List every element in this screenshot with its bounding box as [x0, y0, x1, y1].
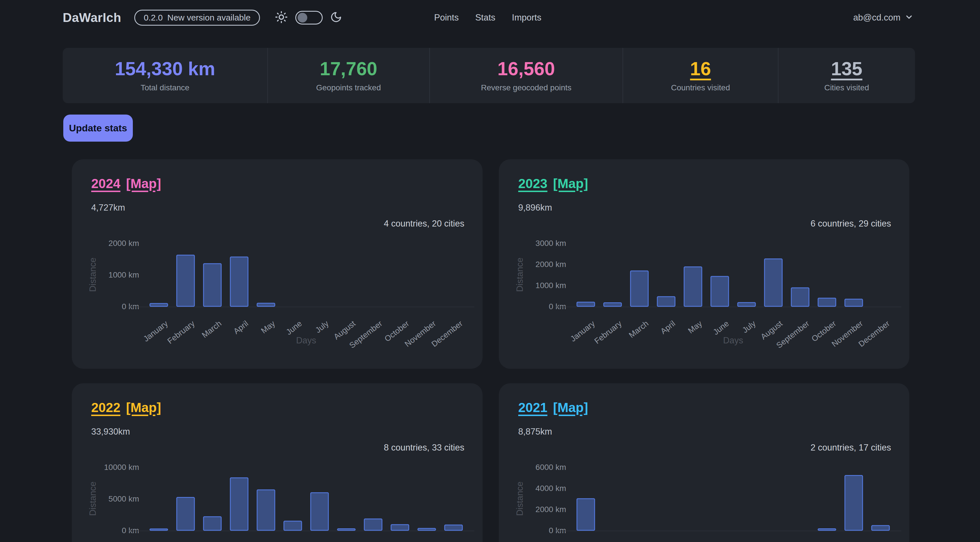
- year-link[interactable]: 2022: [91, 400, 120, 415]
- stat-label: Cities visited: [824, 83, 869, 92]
- chart-bar-november: [845, 475, 862, 530]
- x-tick-label: June: [285, 319, 304, 337]
- user-email: ab@cd.com: [853, 13, 900, 23]
- chart-bar-november: [418, 528, 436, 530]
- chart-bar-may: [257, 490, 275, 530]
- year-cards-grid: 2024[Map] 4,727km 4 countries, 20 cities…: [72, 159, 909, 542]
- year-link[interactable]: 2023: [518, 176, 547, 191]
- update-stats-button[interactable]: Update stats: [63, 114, 133, 141]
- version-badge[interactable]: 0.2.0 New version available: [134, 10, 260, 25]
- nav-stats[interactable]: Stats: [475, 13, 495, 23]
- year-card: 2024[Map] 4,727km 4 countries, 20 cities…: [72, 159, 483, 369]
- chart-bar-january: [150, 304, 168, 306]
- y-tick-label: 5000 km: [108, 494, 139, 503]
- x-tick-label: June: [711, 319, 730, 337]
- x-tick-label: May: [686, 319, 704, 335]
- chart-bar-august: [337, 529, 355, 530]
- stat-value: 16,560: [497, 59, 555, 79]
- chart-bar-january: [577, 499, 595, 530]
- x-tick-label: February: [593, 319, 623, 345]
- map-link[interactable]: [Map]: [126, 176, 161, 191]
- toggle-knob: [298, 13, 307, 22]
- chart-bar-july: [738, 303, 756, 306]
- stat: 17,760 Geopoints tracked: [267, 48, 429, 103]
- monthly-distance-chart: 0 km2000 km4000 km6000 kmDistanceJanuary…: [499, 455, 910, 542]
- map-link[interactable]: [Map]: [553, 400, 588, 415]
- chart-bar-may: [257, 303, 275, 306]
- stat: 135 Cities visited: [778, 48, 915, 103]
- y-tick-label: 0 km: [549, 526, 566, 535]
- chart-bar-january: [150, 529, 168, 530]
- stat-label: Geopoints tracked: [316, 83, 381, 92]
- stat-label: Countries visited: [671, 83, 730, 92]
- year-card: 2021[Map] 8,875km 2 countries, 17 cities…: [499, 383, 909, 542]
- chart-bar-november: [845, 299, 862, 306]
- chart-bar-april: [657, 297, 675, 306]
- year-card: 2022[Map] 33,930km 8 countries, 33 citie…: [72, 383, 483, 542]
- map-link[interactable]: [Map]: [553, 176, 588, 191]
- stat-label: Reverse geocoded points: [481, 83, 571, 92]
- version-badge-text: New version available: [167, 13, 251, 22]
- x-tick-label: May: [259, 319, 277, 335]
- x-tick-label: August: [332, 319, 357, 341]
- theme-toggle[interactable]: [295, 11, 323, 24]
- stat-value: 17,760: [320, 59, 377, 79]
- x-tick-label: April: [659, 319, 677, 336]
- year-total-distance: 8,875km: [518, 427, 552, 437]
- y-axis-title: Distance: [515, 482, 525, 516]
- y-axis-title: Distance: [515, 257, 525, 292]
- countries-cities-summary: 8 countries, 33 cities: [384, 443, 465, 453]
- year-card: 2023[Map] 9,896km 6 countries, 29 cities…: [499, 159, 909, 369]
- chart-bar-february: [177, 497, 194, 530]
- year-total-distance: 33,930km: [91, 427, 130, 437]
- version-number: 0.2.0: [144, 13, 163, 22]
- chevron-down-icon: [904, 13, 913, 23]
- x-axis-title: Days: [296, 335, 317, 345]
- y-tick-label: 3000 km: [536, 239, 566, 248]
- x-axis-title: Days: [723, 335, 743, 345]
- stat: 16 Countries visited: [622, 48, 778, 103]
- x-tick-label: March: [200, 319, 223, 339]
- stat-value: 154,330 km: [115, 59, 215, 79]
- stat: 16,560 Reverse geocoded points: [429, 48, 623, 103]
- chart-bar-march: [204, 264, 221, 306]
- y-tick-label: 1000 km: [536, 281, 566, 290]
- chart-bar-march: [204, 517, 221, 530]
- x-tick-label: January: [142, 319, 170, 343]
- app-header: DaWarIch 0.2.0 New version available Poi…: [0, 0, 980, 35]
- chart-bar-september: [364, 519, 382, 530]
- x-tick-label: July: [313, 319, 330, 335]
- chart-bar-october: [818, 529, 836, 530]
- chart-bar-june: [284, 521, 302, 530]
- x-tick-label: February: [165, 319, 196, 345]
- main-nav: Points Stats Imports: [434, 0, 541, 35]
- monthly-distance-chart: 0 km1000 km2000 kmDistanceJanuaryFebruar…: [72, 230, 483, 369]
- chart-bar-january: [577, 302, 595, 306]
- year-total-distance: 4,727km: [91, 203, 125, 213]
- y-tick-label: 0 km: [122, 302, 139, 311]
- chart-bar-august: [765, 259, 782, 307]
- stat-value[interactable]: 16: [690, 59, 711, 79]
- chart-bar-may: [684, 267, 702, 306]
- chart-bar-december: [872, 526, 889, 530]
- y-axis-title: Distance: [88, 257, 98, 292]
- stat-label: Total distance: [140, 83, 189, 92]
- y-tick-label: 0 km: [549, 302, 566, 311]
- nav-points[interactable]: Points: [434, 13, 459, 23]
- sun-icon: [275, 11, 288, 25]
- nav-imports[interactable]: Imports: [512, 13, 541, 23]
- chart-bar-june: [711, 277, 729, 306]
- y-tick-label: 0 km: [122, 526, 139, 535]
- stat-value[interactable]: 135: [831, 59, 862, 79]
- x-tick-label: April: [232, 319, 250, 336]
- y-tick-label: 1000 km: [108, 270, 139, 279]
- y-tick-label: 6000 km: [536, 463, 566, 472]
- x-tick-label: July: [741, 319, 757, 335]
- year-link[interactable]: 2021: [518, 400, 547, 415]
- map-link[interactable]: [Map]: [126, 400, 161, 415]
- user-menu[interactable]: ab@cd.com: [853, 0, 913, 35]
- chart-bar-july: [311, 493, 328, 530]
- year-link[interactable]: 2024: [91, 176, 120, 191]
- chart-bar-april: [230, 478, 248, 530]
- stats-row: 154,330 km Total distance 17,760 Geopoin…: [63, 48, 915, 103]
